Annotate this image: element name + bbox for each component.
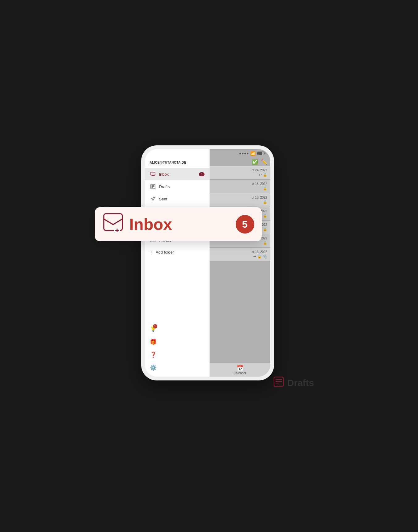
battery-icon <box>257 152 264 155</box>
sidebar-item-sent[interactable]: Sent <box>145 193 209 205</box>
reply-icon: ↩ <box>259 173 262 177</box>
email-item-top: ct 18, 2022 <box>213 182 267 186</box>
settings-icon: ⚙️ <box>150 364 157 371</box>
check-circle-icon[interactable]: ✅ <box>252 159 258 165</box>
add-folder-item[interactable]: + Add folder <box>145 246 209 258</box>
dot-2 <box>242 153 243 154</box>
lock-icon: 🔒 <box>257 255 262 259</box>
drafts-bottom-text: Drafts <box>287 378 314 388</box>
signal-dots <box>239 153 248 154</box>
calendar-label: Calendar <box>234 371 246 375</box>
phone-screen: 📶 ALICE@TUTANOTA.DE + <box>145 149 270 377</box>
dot-4 <box>247 153 248 154</box>
sidebar-item-drafts[interactable]: Drafts <box>145 180 209 193</box>
compose-icon[interactable]: ✏️ <box>261 159 267 165</box>
gift-icon: 🎁 <box>150 338 157 345</box>
sidebar: ALICE@TUTANOTA.DE + Inbox 5 <box>145 149 210 377</box>
dot-3 <box>244 153 246 154</box>
email-item-top: ct 18, 2022 <box>213 196 267 199</box>
gift-button[interactable]: 🎁 <box>145 336 209 348</box>
lock-icon: 🔒 <box>263 214 267 218</box>
tips-notification-badge: 1 <box>153 324 157 328</box>
email-panel-header: ✅ ✏️ <box>210 158 270 166</box>
calendar-icon: 📅 <box>237 365 243 371</box>
email-item[interactable]: ct 18, 2022 🔒 <box>210 193 270 207</box>
highlight-inbox-badge: 5 <box>236 215 254 234</box>
email-panel: ✅ ✏️ ct 24, 2022 ↩ 🔒 <box>210 149 270 377</box>
sidebar-item-inbox[interactable]: + Inbox 5 <box>145 168 209 180</box>
email-item[interactable]: ct 18, 2022 🔒 <box>210 180 270 193</box>
email-date: ct 24, 2022 <box>252 169 267 172</box>
lock-icon: 🔒 <box>263 241 267 245</box>
calendar-tab[interactable]: 📅 Calendar <box>210 363 270 377</box>
help-icon: ❓ <box>150 351 157 358</box>
settings-button[interactable]: ⚙️ <box>145 362 209 374</box>
lock-icon: 🔒 <box>263 200 267 204</box>
drafts-bottom-icon <box>273 376 284 390</box>
inbox-badge: 5 <box>199 172 205 176</box>
inbox-label: Inbox <box>159 172 196 177</box>
email-list: ct 24, 2022 ↩ 🔒 ct 18, 2022 🔒 <box>210 166 270 363</box>
email-item-top: ct 13, 2022 <box>213 250 267 254</box>
email-date: ct 13, 2022 <box>252 250 267 254</box>
add-folder-label: Add folder <box>156 250 174 255</box>
wifi-icon: 📶 <box>250 151 255 156</box>
email-item-icons: 🔒 <box>213 241 267 245</box>
email-date: ct 18, 2022 <box>252 182 267 186</box>
email-item-icons: 🔒 <box>213 187 267 191</box>
svg-text:+: + <box>153 174 154 177</box>
email-item[interactable]: ct 24, 2022 ↩ 🔒 <box>210 166 270 180</box>
email-item[interactable]: ct 13, 2022 ↩ 🔒 📎 <box>210 248 270 261</box>
lock-icon: 🔒 <box>263 227 267 231</box>
account-email: ALICE@TUTANOTA.DE <box>145 158 209 168</box>
status-bar: 📶 <box>145 149 270 158</box>
sent-label: Sent <box>159 197 205 201</box>
email-item-icons: 🔒 <box>213 200 267 204</box>
add-icon: + <box>150 249 153 255</box>
phone-shell: 📶 ALICE@TUTANOTA.DE + <box>141 145 274 380</box>
email-date: ct 18, 2022 <box>252 196 267 199</box>
scene: 📶 ALICE@TUTANOTA.DE + <box>104 133 314 399</box>
battery-fill <box>258 152 262 155</box>
inbox-icon: + <box>150 171 156 177</box>
lock-icon: 🔒 <box>263 187 267 191</box>
tips-button[interactable]: 💡 1 <box>145 323 209 335</box>
dot-1 <box>239 153 241 154</box>
email-item-icons: ↩ 🔒 📎 <box>213 255 267 259</box>
email-item-top: ct 24, 2022 <box>213 169 267 172</box>
highlight-inbox-tooltip: Inbox 5 <box>95 207 262 241</box>
lock-icon: 🔒 <box>263 173 267 177</box>
sent-icon <box>150 196 156 202</box>
highlight-inbox-text: Inbox <box>129 215 230 234</box>
drafts-label-nav: Drafts <box>159 184 205 189</box>
drafts-icon <box>150 183 156 190</box>
highlight-icon-wrap <box>102 213 124 236</box>
help-button[interactable]: ❓ <box>145 349 209 361</box>
highlight-inbox-icon <box>102 213 124 236</box>
reply-icon: ↩ <box>253 255 256 259</box>
email-item-icons: ↩ 🔒 <box>213 173 267 177</box>
attachment-icon: 📎 <box>263 255 267 259</box>
sidebar-bottom: 💡 1 🎁 ❓ ⚙️ <box>145 323 209 377</box>
drafts-bottom-label: Drafts <box>273 376 314 390</box>
